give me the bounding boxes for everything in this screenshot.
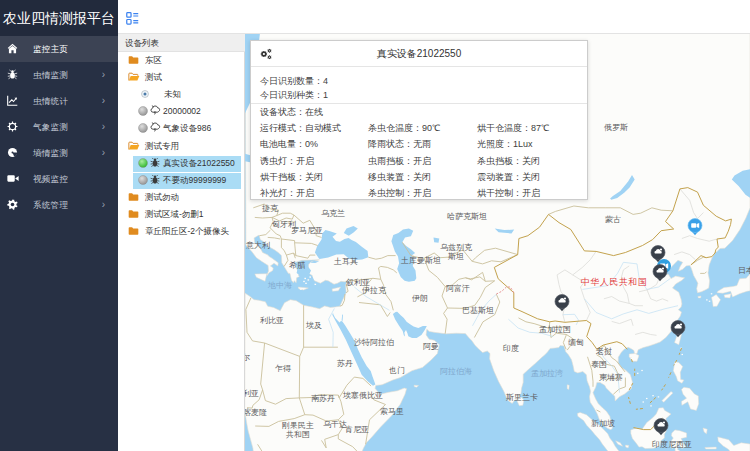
svg-text:喀麦隆: 喀麦隆 [245,408,267,417]
svg-text:缅甸: 缅甸 [568,338,584,347]
svg-text:沙特阿拉伯: 沙特阿拉伯 [354,338,394,347]
svg-text:斯坦: 斯坦 [448,252,464,261]
svg-text:土耳其: 土耳其 [333,257,358,266]
svg-text:阿拉伯海: 阿拉伯海 [440,367,472,376]
svg-text:埃塞俄比亚: 埃塞俄比亚 [342,391,383,400]
svg-text:孟加拉湾: 孟加拉湾 [531,369,563,378]
svg-text:共和国: 共和国 [286,430,310,439]
svg-text:捷克: 捷克 [262,204,279,213]
svg-text:巴基斯坦: 巴基斯坦 [462,306,494,315]
svg-text:泰国: 泰国 [591,360,607,369]
svg-text:老挝: 老挝 [595,347,612,356]
svg-text:乌兹别克: 乌兹别克 [440,243,473,252]
svg-text:伊朗: 伊朗 [412,294,428,303]
svg-text:尼日利亚: 尼日利亚 [245,389,259,398]
svg-text:蒙古: 蒙古 [605,215,621,224]
svg-text:肯尼亚: 肯尼亚 [345,425,369,434]
svg-text:俄罗斯: 俄罗斯 [604,123,628,132]
svg-text:尼日尔: 尼日尔 [245,353,250,362]
svg-text:乍得: 乍得 [275,364,291,373]
svg-text:新加坡: 新加坡 [591,419,615,428]
svg-text:南苏丹: 南苏丹 [311,394,335,403]
svg-text:索马里: 索马里 [380,407,404,416]
svg-text:叙利亚: 叙利亚 [346,278,370,287]
svg-text:意大利: 意大利 [245,241,270,250]
svg-text:苏丹: 苏丹 [337,359,353,368]
svg-text:乌干达: 乌干达 [323,420,347,429]
svg-text:孟加拉国: 孟加拉国 [539,325,571,334]
svg-text:印度: 印度 [503,344,519,353]
svg-text:利比亚: 利比亚 [260,316,284,325]
svg-text:伊拉克: 伊拉克 [362,286,387,295]
svg-text:刚果民主: 刚果民主 [282,421,314,430]
svg-text:中华人民共和国: 中华人民共和国 [581,277,648,287]
svg-text:印度尼西亚: 印度尼西亚 [652,440,692,449]
svg-text:土库曼斯坦: 土库曼斯坦 [400,256,441,265]
svg-text:地中海: 地中海 [267,281,292,290]
svg-text:哈萨克斯坦: 哈萨克斯坦 [447,212,487,221]
svg-text:希腊: 希腊 [289,261,305,270]
svg-text:柬埔寨: 柬埔寨 [599,373,623,382]
svg-text:阿富汗: 阿富汗 [446,284,470,293]
svg-text:也门: 也门 [389,366,405,375]
svg-text:斯里兰卡: 斯里兰卡 [506,393,538,402]
svg-text:匈牙利: 匈牙利 [271,220,296,229]
svg-text:阿曼: 阿曼 [423,342,439,351]
svg-text:乌克兰: 乌克兰 [321,209,345,218]
svg-text:埃及: 埃及 [305,321,322,330]
svg-text:日本: 日本 [738,266,750,275]
